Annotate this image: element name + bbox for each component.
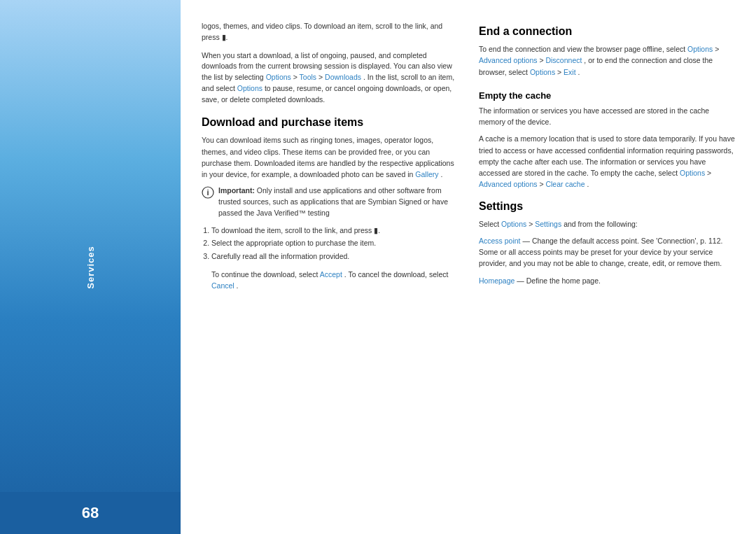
intro-para-1: logos, themes, and video clips. To downl… xyxy=(202,21,458,43)
tools-link[interactable]: Tools xyxy=(300,73,317,81)
downloads-link[interactable]: Downloads xyxy=(325,73,361,81)
settings-link[interactable]: Settings xyxy=(535,220,561,228)
empty-cache-heading: Empty the cache xyxy=(479,90,735,101)
step-1-text: To download the item, scroll to the link… xyxy=(211,226,380,234)
access-point-dash: — xyxy=(522,237,530,245)
empty-advanced-link[interactable]: Advanced options xyxy=(479,180,537,188)
left-column: logos, themes, and video clips. To downl… xyxy=(202,21,458,520)
clear-cache-link[interactable]: Clear cache xyxy=(545,180,584,188)
important-box: i Important: Only install and use applic… xyxy=(202,185,458,218)
svg-text:i: i xyxy=(206,188,209,197)
step-3: Carefully read all the information provi… xyxy=(211,251,458,262)
end-body-3: . xyxy=(578,68,580,76)
empty-cache-body-2: A cache is a memory location that is use… xyxy=(479,133,735,190)
homepage-link[interactable]: Homepage xyxy=(479,276,514,285)
sidebar: Services 68 xyxy=(0,0,181,534)
sidebar-label-container: Services xyxy=(85,246,96,289)
settings-heading: Settings xyxy=(479,200,735,213)
download-heading: Download and purchase items xyxy=(202,116,458,129)
advanced-options-link[interactable]: Advanced options xyxy=(479,56,537,64)
access-point-para: Access point — Change the default access… xyxy=(479,235,735,269)
end-options-link-2[interactable]: Options xyxy=(530,68,555,76)
options-link-1[interactable]: Options xyxy=(266,73,291,81)
settings-body-2: and from the following: xyxy=(564,220,638,228)
step-2: Select the appropriate option to purchas… xyxy=(211,237,458,249)
settings-options-link[interactable]: Options xyxy=(501,220,526,228)
access-point-link[interactable]: Access point xyxy=(479,237,521,245)
step-3-text: Carefully read all the information provi… xyxy=(211,252,349,260)
page-number-box: 68 xyxy=(0,492,181,534)
disconnect-link[interactable]: Disconnect xyxy=(545,56,582,64)
options-link-2[interactable]: Options xyxy=(237,84,262,92)
right-column: End a connection To end the connection a… xyxy=(479,21,735,520)
step-1: To download the item, scroll to the link… xyxy=(211,225,458,237)
homepage-text: Define the home page. xyxy=(526,276,601,285)
download-body: You can download items such as ringing t… xyxy=(202,134,458,180)
settings-body-1: Select Options > Settings and from the f… xyxy=(479,218,735,230)
step-sub-2: . To cancel the download, select xyxy=(344,270,449,279)
end-connection-heading: End a connection xyxy=(479,25,735,38)
important-label: Important: xyxy=(218,186,255,195)
step-sub-text: To continue the download, select Accept … xyxy=(211,269,458,292)
accept-link[interactable]: Accept xyxy=(320,270,342,279)
homepage-para: Homepage — Define the home page. xyxy=(479,275,735,286)
gallery-link[interactable]: Gallery xyxy=(415,170,438,178)
important-text-para: Important: Only install and use applicat… xyxy=(218,185,458,218)
important-icon: i xyxy=(202,186,214,199)
empty-options-link[interactable]: Options xyxy=(680,169,705,177)
page-container: Services 68 logos, themes, and video cli… xyxy=(0,0,756,534)
cancel-link[interactable]: Cancel xyxy=(211,281,234,290)
step-2-text: Select the appropriate option to purchas… xyxy=(211,239,376,247)
important-svg: i xyxy=(202,186,214,199)
button-symbol: ▮ xyxy=(222,33,226,41)
exit-link[interactable]: Exit xyxy=(564,68,576,76)
empty-body-end: . xyxy=(587,180,589,188)
settings-select: Select xyxy=(479,220,499,228)
sidebar-label: Services xyxy=(85,246,96,289)
homepage-dash: — xyxy=(517,276,524,285)
steps-list: To download the item, scroll to the link… xyxy=(211,225,458,264)
end-body-1: To end the connection and view the brows… xyxy=(479,45,685,53)
intro-text-1: logos, themes, and video clips. To downl… xyxy=(202,22,442,41)
download-body-2: . xyxy=(440,170,442,178)
content-area: logos, themes, and video clips. To downl… xyxy=(181,0,756,534)
page-number: 68 xyxy=(82,504,99,522)
step-sub-1: To continue the download, select xyxy=(211,270,318,279)
end-options-link[interactable]: Options xyxy=(687,45,713,53)
step-sub-3: . xyxy=(237,281,239,290)
empty-cache-body-1: The information or services you have acc… xyxy=(479,105,735,128)
end-connection-body: To end the connection and view the brows… xyxy=(479,43,735,78)
intro-para-2: When you start a download, a list of ong… xyxy=(202,50,458,106)
